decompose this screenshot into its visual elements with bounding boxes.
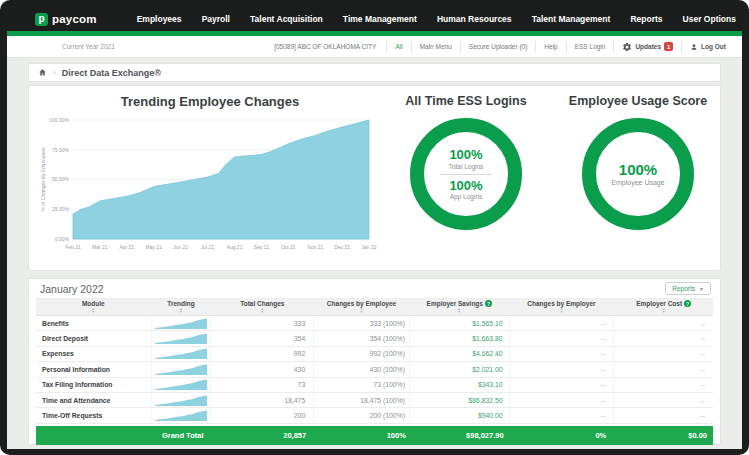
help-icon[interactable]: ? — [485, 300, 492, 307]
trending-sparkline — [152, 408, 212, 422]
employer-savings-value: $1,663.80 — [410, 331, 510, 345]
column-header-employer-cost[interactable]: Employer Cost?▲▼ — [614, 299, 713, 315]
logout-button[interactable]: Log Out — [681, 41, 734, 53]
sort-icon[interactable]: ▲▼ — [360, 308, 363, 314]
total-changes-value: 200 — [211, 408, 314, 422]
sort-icon[interactable]: ▲▼ — [662, 308, 665, 314]
column-header-label: Employer Cost — [636, 300, 682, 307]
svg-text:Nov 21: Nov 21 — [307, 244, 323, 250]
sort-icon[interactable]: ▲▼ — [560, 308, 563, 314]
sort-icon[interactable]: ▲▼ — [458, 308, 461, 314]
utility-links-wrap: [05089] ABC OF OKLAHOMA CITY AllMain Men… — [274, 41, 734, 53]
table-row-benefits: Benefits333333 (100%)$1,565.10---- — [36, 316, 713, 331]
nav-item-talent-acquisition[interactable]: Talent Acquisition — [250, 14, 323, 24]
svg-text:75.00%: 75.00% — [52, 147, 70, 153]
employer-cost-value: -- — [614, 393, 713, 407]
usage-donut-center: 100% Employee Usage — [594, 130, 682, 218]
donut-divider — [440, 174, 492, 175]
svg-text:50.00%: 50.00% — [52, 176, 70, 182]
employer-cost-value: -- — [614, 347, 713, 361]
grand-total-cost: $0.00 — [614, 426, 713, 445]
logout-label: Log Out — [701, 43, 726, 50]
app-logins-value: 100% — [449, 179, 482, 193]
utility-link-secure-uploader-0[interactable]: Secure Uploader (0) — [460, 41, 536, 53]
module-name: Personal Information — [36, 362, 152, 376]
company-name: [05089] ABC OF OKLAHOMA CITY — [274, 43, 376, 50]
table-column-headers: Module▲▼Trending▲▼Total Changes▲▼Changes… — [36, 299, 713, 316]
table-row-tax-filing-information: Tax Filing Information7373 (100%)$343.10… — [36, 378, 713, 393]
current-year-label: Current Year 2021 — [62, 43, 115, 50]
changes-by-employer-value: -- — [510, 378, 615, 392]
svg-text:Apr 21: Apr 21 — [119, 244, 134, 250]
trending-sparkline — [152, 362, 212, 376]
changes-by-employee-value: 333 (100%) — [314, 316, 410, 330]
svg-text:Jul 21: Jul 21 — [201, 244, 215, 250]
trending-sparkline — [152, 347, 212, 361]
nav-item-human-resources[interactable]: Human Resources — [437, 14, 512, 24]
sort-icon[interactable]: ▲▼ — [92, 308, 95, 314]
column-header-module[interactable]: Module▲▼ — [36, 299, 152, 315]
updates-count-badge: 1 — [664, 42, 673, 51]
utility-bar: Current Year 2021 [05089] ABC OF OKLAHOM… — [7, 36, 742, 58]
table-header-bar: January 2022 Reports ▼ — [36, 279, 713, 299]
updates-button[interactable]: Updates 1 — [613, 41, 681, 53]
nav-item-payroll[interactable]: Payroll — [202, 14, 230, 24]
changes-by-employee-value: 430 (100%) — [314, 362, 410, 376]
column-header-total-changes[interactable]: Total Changes▲▼ — [211, 299, 314, 315]
changes-by-employee-value: 18,475 (100%) — [314, 393, 410, 407]
usage-donut-title: Employee Usage Score — [553, 94, 723, 108]
employer-cost-value: -- — [614, 362, 713, 376]
help-icon[interactable]: ? — [684, 300, 691, 307]
grand-total-label: Grand Total — [36, 426, 211, 445]
sort-icon[interactable]: ▲▼ — [179, 308, 182, 314]
paycom-logo-icon: p — [35, 13, 48, 26]
utility-link-all[interactable]: All — [386, 41, 410, 53]
svg-text:25.00%: 25.00% — [52, 206, 70, 212]
grand-total-row: Grand Total 20,857 100% $98,027.90 0% $0… — [36, 426, 713, 445]
nav-item-employees[interactable]: Employees — [137, 14, 182, 24]
ess-logins-donut: All Time ESS Logins 100% Total Logins 10… — [381, 90, 551, 232]
column-header-employer-savings[interactable]: Employer Savings?▲▼ — [410, 299, 510, 315]
nav-item-user-options[interactable]: User Options — [683, 14, 736, 24]
changes-by-employee-value: 992 (100%) — [314, 347, 410, 361]
charts-panel: Trending Employee Changes 0.00%25.00%50.… — [28, 85, 721, 271]
employer-savings-value: $940.00 — [410, 408, 510, 422]
employer-savings-value: $2,021.00 — [410, 362, 510, 376]
svg-text:Dec 21: Dec 21 — [334, 244, 350, 250]
top-navbar: p paycom EmployeesPayrollTalent Acquisit… — [7, 7, 742, 31]
home-icon[interactable] — [38, 68, 47, 77]
changes-by-employee-value: 73 (100%) — [314, 378, 410, 392]
nav-item-time-management[interactable]: Time Management — [343, 14, 417, 24]
employer-savings-value: $1,565.10 — [410, 316, 510, 330]
sort-icon[interactable]: ▲▼ — [261, 308, 264, 314]
column-header-changes-by-employee[interactable]: Changes by Employee▲▼ — [314, 299, 410, 315]
utility-link-help[interactable]: Help — [535, 41, 565, 53]
content-area: › Direct Data Exchange® Trending Employe… — [7, 58, 742, 449]
app-window: p paycom EmployeesPayrollTalent Acquisit… — [0, 0, 749, 455]
reports-button-label: Reports — [672, 285, 695, 292]
employee-usage-label: Employee Usage — [611, 179, 664, 186]
column-header-trending[interactable]: Trending▲▼ — [152, 299, 212, 315]
svg-text:Mar 21: Mar 21 — [92, 244, 108, 250]
employer-savings-value: $4,662.40 — [410, 347, 510, 361]
nav-item-talent-management[interactable]: Talent Management — [532, 14, 611, 24]
column-header-changes-by-employer[interactable]: Changes by Employer▲▼ — [510, 299, 615, 315]
module-name: Direct Deposit — [36, 331, 152, 345]
paycom-logo[interactable]: p paycom — [35, 13, 97, 26]
svg-text:0.00%: 0.00% — [55, 236, 70, 242]
column-header-label: Changes by Employee — [327, 300, 396, 307]
svg-text:100.00%: 100.00% — [49, 117, 69, 123]
breadcrumb: › Direct Data Exchange® — [28, 63, 721, 82]
changes-by-employer-value: -- — [510, 362, 615, 376]
utility-link-main-menu[interactable]: Main Menu — [411, 41, 460, 53]
employer-savings-value: $343.10 — [410, 378, 510, 392]
utility-link-ess-login[interactable]: ESS Login — [566, 41, 614, 53]
area-chart-title: Trending Employee Changes — [37, 94, 383, 109]
svg-text:% of Changes by Employees: % of Changes by Employees — [40, 147, 46, 212]
nav-item-reports[interactable]: Reports — [630, 14, 662, 24]
reports-button[interactable]: Reports ▼ — [665, 282, 711, 295]
svg-text:Jun 21: Jun 21 — [173, 244, 188, 250]
trending-employee-changes-chart: Trending Employee Changes 0.00%25.00%50.… — [37, 90, 383, 268]
total-changes-value: 430 — [211, 362, 314, 376]
column-header-label: Changes by Employer — [527, 300, 595, 307]
